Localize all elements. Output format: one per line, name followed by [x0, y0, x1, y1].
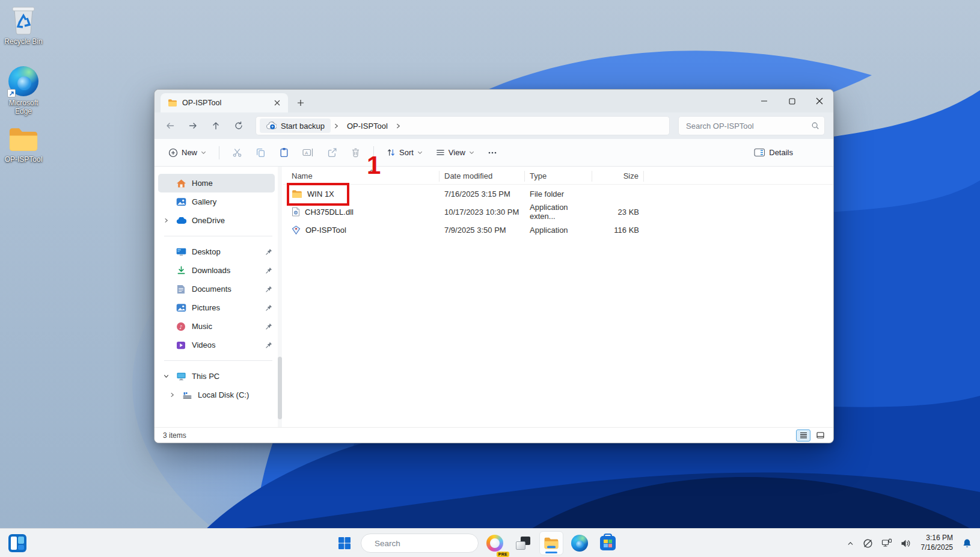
volume-icon[interactable]	[898, 532, 914, 554]
chevron-right-icon[interactable]	[162, 218, 170, 223]
view-icon	[436, 148, 445, 157]
sidebar-scrollbar[interactable]	[278, 167, 282, 427]
file-row-ch375dll[interactable]: CH375DLL.dll 10/17/2023 10:30 PM Applica…	[283, 203, 833, 221]
task-view-button[interactable]	[511, 531, 535, 555]
chevron-down-icon[interactable]	[162, 374, 170, 379]
music-icon: ♪	[176, 321, 186, 332]
start-button[interactable]	[332, 531, 357, 555]
file-explorer-taskbar-button[interactable]	[539, 531, 563, 555]
details-pane-icon	[754, 148, 765, 157]
chevron-right-icon[interactable]	[168, 392, 176, 398]
ellipsis-icon	[488, 148, 497, 158]
sidebar-item-gallery[interactable]: Gallery	[158, 192, 275, 211]
edge-taskbar-button[interactable]	[568, 531, 592, 555]
taskbar-search-input[interactable]	[375, 539, 481, 548]
widgets-button[interactable]	[8, 534, 26, 552]
svg-text:♪: ♪	[179, 324, 183, 330]
view-button[interactable]: View	[430, 143, 480, 163]
breadcrumb[interactable]: Start backup OP-ISPTool	[256, 116, 670, 135]
desktop-icon-recycle-bin[interactable]: Recycle Bin	[0, 5, 47, 46]
refresh-button[interactable]	[228, 116, 250, 135]
tray-overflow-button[interactable]	[844, 532, 857, 554]
taskbar-clock[interactable]: 3:16 PM 7/16/2025	[916, 534, 957, 552]
rename-button[interactable]: A	[297, 143, 319, 163]
forward-button[interactable]	[182, 116, 204, 135]
column-header-date-modified[interactable]: Date modified	[439, 171, 525, 182]
notifications-button[interactable]	[959, 532, 975, 554]
copy-button[interactable]	[250, 143, 271, 163]
microsoft-store-button[interactable]	[596, 531, 620, 555]
taskbar-search[interactable]	[361, 534, 479, 553]
folder-icon	[168, 99, 177, 107]
chevron-down-icon	[201, 150, 206, 155]
details-view-toggle[interactable]	[796, 429, 810, 442]
copilot-button[interactable]: PRE	[483, 531, 507, 555]
explorer-tab[interactable]: OP-ISPTool	[161, 93, 288, 112]
column-header-type[interactable]: Type	[525, 171, 592, 182]
sidebar-item-onedrive[interactable]: OneDrive	[158, 211, 275, 230]
file-date: 10/17/2023 10:30 PM	[439, 208, 525, 217]
sort-button[interactable]: Sort	[381, 143, 428, 163]
sidebar-item-music[interactable]: ♪ Music	[158, 317, 275, 336]
chevron-right-icon	[332, 123, 341, 129]
sort-ascending-icon	[369, 166, 375, 175]
desktop: Recycle Bin Microsoft Edge OP-ISPTool OP…	[0, 0, 980, 557]
sidebar-item-home[interactable]: Home	[158, 174, 275, 192]
file-type: File folder	[525, 189, 592, 198]
tab-close-button[interactable]	[271, 97, 283, 109]
delete-button[interactable]	[345, 143, 366, 163]
sidebar-item-this-pc[interactable]: This PC	[158, 367, 275, 386]
file-list: Name Date modified Type Size WIN 1X 7/16…	[283, 167, 833, 427]
sidebar-item-documents[interactable]: Documents	[158, 280, 275, 298]
column-headers: Name Date modified Type Size	[283, 168, 833, 185]
sidebar-item-downloads[interactable]: Downloads	[158, 261, 275, 280]
close-button[interactable]	[806, 90, 833, 112]
breadcrumb-folder[interactable]: OP-ISPTool	[342, 122, 393, 131]
tray-status-button[interactable]	[860, 532, 876, 554]
new-tab-button[interactable]	[293, 95, 308, 111]
new-button[interactable]: New	[163, 143, 212, 163]
network-icon[interactable]	[878, 532, 895, 554]
back-button[interactable]	[159, 116, 181, 135]
taskbar-center: PRE	[332, 531, 620, 555]
navigation-pane: Home Gallery OneDrive	[155, 167, 283, 427]
desktop-icon-op-isptool[interactable]: OP-ISPTool	[0, 126, 47, 164]
svg-text:A: A	[305, 150, 308, 156]
explorer-search-input[interactable]	[686, 122, 811, 131]
large-icons-view-toggle[interactable]	[813, 429, 827, 442]
sidebar-item-pictures[interactable]: Pictures	[158, 298, 275, 317]
speaker-icon	[901, 539, 911, 548]
paste-button[interactable]	[274, 143, 295, 163]
minimize-button[interactable]	[750, 90, 778, 112]
sidebar-item-videos[interactable]: Videos	[158, 336, 275, 354]
notification-bell-icon	[962, 538, 972, 549]
file-explorer-icon	[544, 537, 559, 550]
sidebar-item-desktop[interactable]: Desktop	[158, 242, 275, 261]
desktop-icon-microsoft-edge[interactable]: Microsoft Edge	[0, 66, 47, 115]
column-header-name[interactable]: Name	[283, 171, 439, 182]
breadcrumb-backup-button[interactable]: Start backup	[260, 118, 331, 133]
plus-icon	[297, 99, 304, 106]
share-button[interactable]	[322, 143, 343, 163]
videos-icon	[176, 340, 186, 351]
folder-icon	[7, 126, 40, 153]
cut-button[interactable]	[227, 143, 248, 163]
file-date: 7/9/2025 3:50 PM	[439, 226, 525, 235]
scrollbar-thumb[interactable]	[278, 357, 282, 419]
local-disk-icon	[182, 390, 192, 401]
desktop-folder-icon	[176, 247, 186, 257]
file-row-win-1x[interactable]: WIN 1X 7/16/2025 3:15 PM File folder	[283, 185, 833, 203]
home-icon	[176, 178, 186, 189]
details-pane-label: Details	[769, 148, 793, 157]
maximize-button[interactable]	[778, 90, 806, 112]
column-header-size[interactable]: Size	[592, 171, 644, 182]
file-row-op-isptool[interactable]: OP-ISPTool 7/9/2025 3:50 PM Application …	[283, 221, 833, 239]
explorer-search[interactable]	[678, 116, 825, 135]
up-button[interactable]	[205, 116, 227, 135]
details-pane-button[interactable]: Details	[749, 143, 798, 163]
sidebar-item-local-disk-c[interactable]: Local Disk (C:)	[164, 386, 275, 404]
more-options-button[interactable]	[482, 143, 503, 163]
close-icon	[816, 97, 823, 105]
desktop-icon-label: OP-ISPTool	[5, 155, 43, 164]
file-type: Application	[525, 226, 592, 235]
